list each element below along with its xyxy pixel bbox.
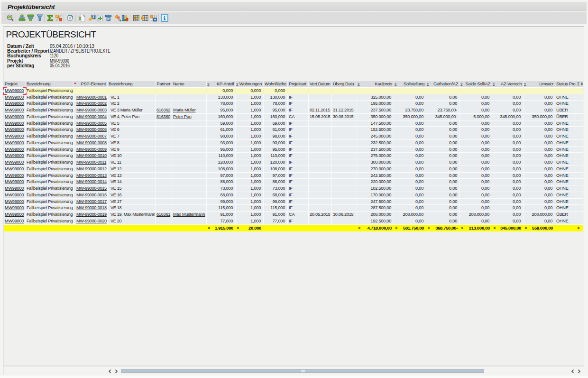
- svg-text:X: X: [78, 16, 82, 21]
- svg-text:12: 12: [108, 18, 110, 20]
- svg-text:c: c: [118, 15, 120, 20]
